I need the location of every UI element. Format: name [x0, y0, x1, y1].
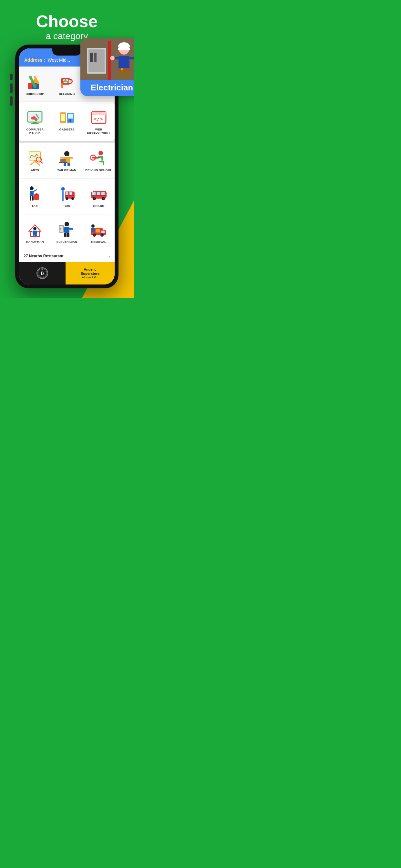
svg-rect-93: [92, 192, 96, 195]
svg-point-32: [64, 80, 65, 81]
svg-rect-18: [121, 68, 123, 70]
svg-point-39: [31, 117, 34, 120]
svg-rect-101: [91, 191, 93, 192]
address-value: West Mid...: [48, 58, 70, 63]
category-driving-school[interactable]: DRIVING SCHOOL: [83, 145, 115, 176]
category-tailor-man[interactable]: TAILOR MAN: [51, 145, 83, 176]
computer-repair-icon: [26, 108, 44, 127]
svg-line-105: [37, 231, 39, 232]
svg-rect-47: [68, 120, 70, 121]
category-cleaning[interactable]: CLEANING: [51, 69, 83, 99]
svg-rect-84: [62, 191, 64, 201]
category-row-3: ARTS: [19, 143, 115, 178]
electrician-label: Electrician: [81, 80, 134, 96]
electrician-category-label: ELECTRICIAN: [57, 240, 77, 244]
svg-rect-43: [61, 114, 65, 121]
bus-label: BUS: [64, 205, 70, 208]
svg-rect-123: [91, 228, 95, 232]
svg-rect-40: [33, 122, 37, 123]
svg-rect-51: [92, 113, 106, 115]
category-bricoshop[interactable]: BRICOSHOP: [19, 69, 51, 99]
coach-icon: [90, 185, 108, 203]
svg-point-102: [33, 227, 36, 230]
svg-point-13: [110, 56, 115, 60]
svg-text:</>: </>: [94, 116, 103, 122]
svg-rect-90: [65, 195, 74, 196]
cleaning-label: CLEANING: [59, 92, 74, 96]
svg-point-99: [94, 198, 95, 199]
svg-rect-79: [35, 193, 37, 195]
category-computer-repair[interactable]: COMPUTER REPAIR: [19, 104, 51, 138]
svg-rect-121: [101, 230, 104, 233]
removal-label: REMOVAL: [91, 240, 106, 244]
svg-rect-103: [33, 230, 37, 235]
svg-point-67: [98, 151, 103, 155]
svg-rect-94: [97, 192, 100, 195]
svg-point-27: [68, 80, 72, 83]
category-bus[interactable]: BUS: [51, 181, 83, 212]
svg-rect-28: [61, 83, 63, 88]
gadgets-icon: [58, 108, 76, 127]
category-electrician[interactable]: ELECTRICIAN: [51, 217, 83, 247]
electrician-icon: [58, 221, 76, 239]
svg-rect-109: [64, 227, 69, 233]
svg-rect-78: [34, 194, 39, 200]
category-gadgets[interactable]: GADGETS: [51, 104, 83, 138]
web-development-icon: </>: [90, 108, 108, 127]
svg-rect-6: [108, 41, 111, 80]
svg-point-89: [71, 197, 74, 200]
category-row-2: COMPUTER REPAIR: [19, 102, 115, 141]
volume-down-button: [10, 96, 12, 106]
svg-rect-16: [125, 70, 129, 78]
tailor-man-label: TAILOR MAN: [58, 168, 76, 172]
svg-line-58: [41, 161, 42, 163]
removal-icon: [90, 221, 108, 239]
taxi-label: TAXI: [32, 205, 38, 208]
restaurant-angelic[interactable]: Angelic Superstore African & G...: [66, 262, 115, 284]
svg-rect-41: [31, 123, 39, 124]
svg-point-127: [94, 235, 95, 236]
coach-label: COACH: [93, 205, 104, 208]
electrician-card[interactable]: Electrician: [81, 38, 134, 96]
svg-rect-96: [91, 195, 106, 196]
svg-rect-56: [29, 152, 41, 160]
svg-rect-4: [90, 53, 93, 62]
category-arts[interactable]: ARTS: [19, 145, 51, 176]
bricoshop-label: BRICOSHOP: [26, 92, 44, 96]
svg-point-83: [62, 188, 64, 190]
tailor-man-icon: [58, 149, 76, 167]
nearby-arrow[interactable]: ›: [109, 253, 110, 259]
category-row-4: TAXI: [19, 178, 115, 214]
phone-notch: [52, 49, 81, 56]
handyman-label: HANDYMAN: [26, 240, 44, 244]
svg-rect-114: [60, 227, 61, 227]
svg-text:B: B: [41, 271, 44, 276]
svg-rect-86: [66, 192, 68, 195]
page-title: Choose: [6, 13, 127, 30]
category-removal[interactable]: REMOVAL: [83, 217, 115, 247]
svg-rect-80: [30, 196, 31, 200]
restaurant-b-logo: B: [36, 268, 48, 279]
taxi-icon: [26, 185, 44, 203]
svg-rect-62: [69, 157, 73, 159]
svg-rect-81: [32, 196, 34, 200]
svg-point-88: [66, 197, 68, 200]
nearby-section: 27 Nearby Restaurant ›: [19, 250, 115, 262]
svg-rect-48: [71, 120, 72, 121]
category-web-development[interactable]: </> WEB DEVELOPMENT: [83, 104, 115, 138]
svg-rect-64: [67, 163, 70, 166]
svg-rect-61: [60, 157, 64, 159]
restaurant-angelic-name: Angelic Superstore African & G...: [81, 268, 99, 279]
svg-point-59: [64, 151, 69, 156]
svg-rect-115: [60, 228, 61, 228]
category-coach[interactable]: COACH: [83, 181, 115, 212]
mute-button: [10, 73, 12, 80]
arts-icon: [26, 149, 44, 167]
svg-rect-66: [59, 162, 67, 163]
svg-rect-117: [64, 233, 66, 237]
svg-rect-87: [69, 192, 72, 195]
category-taxi[interactable]: TAXI: [19, 181, 51, 212]
computer-repair-label: COMPUTER REPAIR: [20, 128, 50, 134]
restaurant-b[interactable]: B: [19, 262, 66, 284]
category-handyman[interactable]: HANDYMAN: [19, 217, 51, 247]
